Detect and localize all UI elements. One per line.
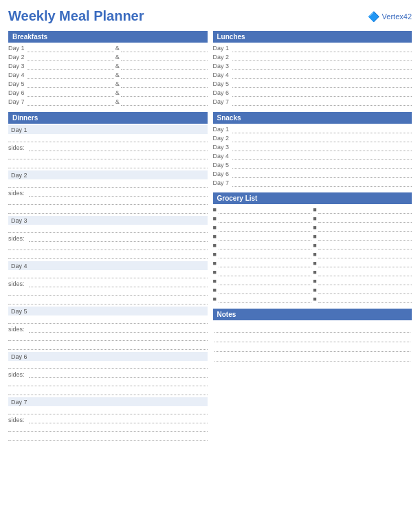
dotted-line[interactable] bbox=[219, 286, 312, 294]
dotted-line[interactable] bbox=[232, 71, 412, 79]
dotted-line[interactable] bbox=[232, 161, 412, 169]
dotted-line[interactable] bbox=[232, 179, 412, 187]
notes-line[interactable] bbox=[214, 352, 411, 362]
dotted-line[interactable] bbox=[232, 134, 412, 142]
dotted-line[interactable] bbox=[121, 44, 208, 52]
dotted-line[interactable] bbox=[121, 62, 208, 70]
dotted-line[interactable] bbox=[121, 80, 208, 88]
breakfast-day-row: Day 1 & bbox=[8, 44, 208, 52]
dotted-line[interactable] bbox=[232, 125, 412, 133]
dotted-line[interactable] bbox=[232, 80, 412, 88]
grocery-col-right: ■ bbox=[313, 268, 412, 276]
dotted-line[interactable] bbox=[318, 286, 412, 294]
notes-line[interactable] bbox=[214, 333, 411, 342]
snack-day-row: Day 2 bbox=[213, 134, 412, 142]
dotted-line[interactable] bbox=[8, 135, 208, 142]
dotted-line[interactable] bbox=[232, 89, 412, 97]
dotted-line[interactable] bbox=[219, 214, 312, 223]
notes-line[interactable] bbox=[214, 323, 411, 333]
dotted-line[interactable] bbox=[29, 234, 208, 242]
dotted-line[interactable] bbox=[29, 325, 208, 333]
dotted-line[interactable] bbox=[318, 277, 412, 285]
dotted-line[interactable] bbox=[8, 433, 208, 441]
dotted-line[interactable] bbox=[8, 333, 208, 341]
dotted-line[interactable] bbox=[219, 241, 312, 250]
dotted-line[interactable] bbox=[8, 316, 208, 324]
dotted-line[interactable] bbox=[8, 297, 208, 304]
dotted-line[interactable] bbox=[27, 53, 114, 61]
dotted-line[interactable] bbox=[121, 98, 208, 106]
dotted-line[interactable] bbox=[232, 44, 412, 52]
snack-day-row: Day 6 bbox=[213, 170, 412, 178]
dotted-line[interactable] bbox=[121, 89, 208, 97]
dotted-line[interactable] bbox=[232, 62, 412, 70]
dotted-line[interactable] bbox=[232, 53, 412, 61]
dotted-line[interactable] bbox=[8, 225, 208, 233]
dotted-line[interactable] bbox=[121, 71, 208, 79]
dinner-day-block: Day 7 sides: bbox=[8, 397, 208, 441]
grocery-dash-left: ■ bbox=[213, 224, 219, 231]
dotted-line[interactable] bbox=[219, 250, 312, 258]
breakfast-day-row: Day 4 & bbox=[8, 71, 208, 79]
notes-line[interactable] bbox=[214, 342, 411, 352]
dotted-line[interactable] bbox=[29, 144, 208, 151]
dotted-line[interactable] bbox=[219, 232, 312, 241]
dotted-line[interactable] bbox=[29, 416, 208, 423]
grocery-col-left: ■ bbox=[213, 286, 312, 294]
dotted-line[interactable] bbox=[121, 53, 208, 61]
dotted-line[interactable] bbox=[318, 232, 412, 241]
dotted-line[interactable] bbox=[27, 44, 114, 52]
dotted-line[interactable] bbox=[8, 379, 208, 386]
dotted-line[interactable] bbox=[8, 161, 208, 168]
dotted-line[interactable] bbox=[8, 180, 208, 188]
dotted-line[interactable] bbox=[8, 271, 208, 278]
dotted-line[interactable] bbox=[8, 152, 208, 159]
dinner-day-label: Day 1 bbox=[11, 126, 27, 133]
dotted-line[interactable] bbox=[27, 89, 114, 97]
snack-day-row: Day 5 bbox=[213, 161, 412, 169]
sides-row: sides: bbox=[8, 144, 208, 151]
grocery-col-left: ■ bbox=[213, 206, 312, 214]
dotted-line[interactable] bbox=[8, 252, 208, 259]
dotted-line[interactable] bbox=[29, 370, 208, 378]
day-label: Day 4 bbox=[213, 71, 232, 78]
dotted-line[interactable] bbox=[219, 277, 312, 285]
dotted-line[interactable] bbox=[318, 241, 412, 250]
dotted-line[interactable] bbox=[8, 342, 208, 350]
dotted-line[interactable] bbox=[318, 250, 412, 258]
dotted-line[interactable] bbox=[318, 259, 412, 267]
day-label: Day 2 bbox=[213, 54, 232, 60]
dotted-line[interactable] bbox=[27, 71, 114, 79]
notes-header: Notes bbox=[213, 309, 412, 320]
grocery-dash-left: ■ bbox=[213, 269, 219, 276]
dotted-line[interactable] bbox=[232, 98, 412, 106]
dotted-line[interactable] bbox=[29, 280, 208, 287]
dotted-line[interactable] bbox=[219, 223, 312, 232]
dotted-line[interactable] bbox=[8, 243, 208, 250]
dotted-line[interactable] bbox=[27, 62, 114, 70]
dotted-line[interactable] bbox=[219, 259, 312, 267]
dotted-line[interactable] bbox=[8, 288, 208, 296]
dotted-line[interactable] bbox=[27, 98, 114, 106]
dotted-line[interactable] bbox=[318, 206, 412, 214]
grocery-dash-right: ■ bbox=[313, 269, 318, 276]
dotted-line[interactable] bbox=[8, 362, 208, 369]
dotted-line[interactable] bbox=[232, 152, 412, 160]
lunches-section: Lunches Day 1 Day 2 Day 3 Day 4 Day 5 Da… bbox=[213, 31, 412, 107]
dotted-line[interactable] bbox=[8, 197, 208, 205]
dotted-line[interactable] bbox=[232, 170, 412, 178]
dotted-line[interactable] bbox=[318, 214, 412, 223]
dotted-line[interactable] bbox=[219, 268, 312, 276]
dotted-line[interactable] bbox=[27, 80, 114, 88]
dotted-line[interactable] bbox=[219, 206, 312, 214]
dotted-line[interactable] bbox=[8, 407, 208, 414]
dotted-line[interactable] bbox=[318, 268, 412, 276]
dotted-line[interactable] bbox=[8, 424, 208, 432]
dotted-line[interactable] bbox=[318, 223, 412, 232]
dotted-line[interactable] bbox=[8, 206, 208, 214]
dotted-line[interactable] bbox=[8, 388, 208, 395]
dotted-line[interactable] bbox=[232, 143, 412, 151]
dotted-line[interactable] bbox=[318, 295, 412, 303]
dotted-line[interactable] bbox=[29, 189, 208, 197]
dotted-line[interactable] bbox=[219, 295, 312, 303]
